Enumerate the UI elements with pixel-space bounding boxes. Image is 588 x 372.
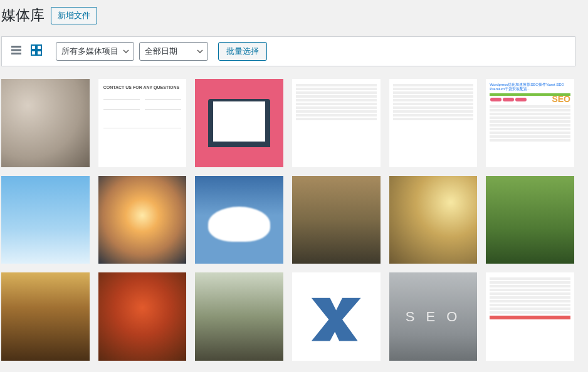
media-item-lone-tree-sunrise[interactable]	[389, 176, 478, 264]
media-item-lake-sunset[interactable]	[98, 176, 187, 264]
view-switch	[7, 42, 46, 61]
media-item-contact-form[interactable]: CONTACT US FOR ANY QUESTIONS	[98, 79, 187, 167]
media-item-google-serp[interactable]	[486, 272, 574, 361]
media-item-x-logo-pixelated[interactable]	[292, 272, 381, 361]
media-item-resume-illustration[interactable]	[195, 79, 283, 167]
thumbnail	[486, 272, 574, 361]
thumbnail	[486, 176, 574, 264]
media-item-yoast-settings-2[interactable]	[389, 79, 478, 167]
date-filter[interactable]: 全部日期	[139, 42, 208, 61]
media-item-tropical-island[interactable]	[1, 176, 90, 264]
media-item-seo-laptop[interactable]: S E O	[389, 272, 478, 361]
media-item-green-hills[interactable]	[486, 176, 574, 264]
svg-marker-7	[312, 298, 361, 341]
media-type-filter[interactable]: 所有多媒体项目	[56, 42, 134, 61]
media-toolbar: 所有多媒体项目 全部日期 批量选择	[1, 36, 575, 66]
media-item-tablet-analytics[interactable]	[1, 79, 90, 167]
page-header: 媒体库 新增文件	[1, 6, 575, 25]
thumbnail: CONTACT US FOR ANY QUESTIONS	[98, 79, 187, 167]
svg-rect-1	[11, 49, 21, 51]
svg-rect-3	[31, 45, 36, 49]
thumbnail	[292, 272, 381, 361]
svg-rect-2	[11, 53, 21, 54]
view-list-button[interactable]	[7, 42, 26, 61]
thumbnail: Wordpress优化加速推荐SEO插件Yoast SEO Premium干货安…	[486, 79, 574, 167]
grid-icon	[30, 44, 43, 58]
media-item-yoast-settings-1[interactable]	[292, 79, 381, 167]
thumbnail	[292, 176, 381, 264]
media-item-cumulus-clouds[interactable]	[195, 176, 283, 264]
thumbnail	[195, 272, 283, 361]
thumbnail	[389, 176, 478, 264]
thumbnail: S E O	[389, 272, 478, 361]
bulk-select-button[interactable]: 批量选择	[218, 42, 267, 61]
media-item-mountain-valley[interactable]	[292, 176, 381, 264]
page-title: 媒体库	[1, 6, 45, 25]
media-item-seo-plugin-article[interactable]: Wordpress优化加速推荐SEO插件Yoast SEO Premium干货安…	[486, 79, 574, 167]
thumbnail	[195, 79, 283, 167]
thumbnail	[1, 272, 90, 361]
thumbnail	[389, 79, 478, 167]
svg-rect-5	[31, 51, 36, 55]
add-new-button[interactable]: 新增文件	[51, 7, 97, 24]
media-item-autumn-trees[interactable]	[98, 272, 187, 361]
media-grid: CONTACT US FOR ANY QUESTIONSWordpress优化加…	[1, 79, 575, 361]
list-icon	[10, 44, 23, 58]
media-item-forest-path[interactable]	[1, 272, 90, 361]
svg-rect-4	[37, 45, 41, 49]
media-item-railroad-tracks[interactable]	[195, 272, 283, 361]
thumbnail	[1, 79, 90, 167]
thumbnail	[195, 176, 283, 264]
svg-rect-0	[11, 46, 21, 48]
thumbnail	[292, 79, 381, 167]
thumbnail	[98, 272, 187, 361]
svg-rect-6	[37, 51, 41, 55]
view-grid-button[interactable]	[27, 42, 46, 61]
thumbnail	[1, 176, 90, 264]
thumbnail	[98, 176, 187, 264]
